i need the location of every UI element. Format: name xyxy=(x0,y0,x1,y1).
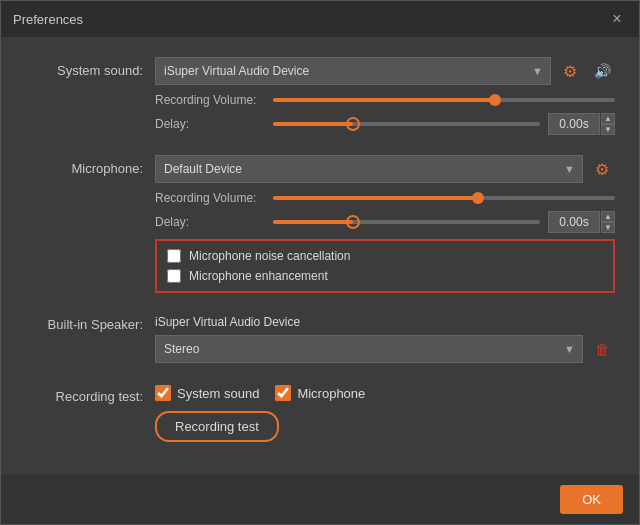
enhancement-row: Microphone enhancement xyxy=(167,269,603,283)
speaker-device-name: iSuper Virtual Audio Device xyxy=(155,311,615,329)
microphone-delay-down[interactable]: ▼ xyxy=(601,222,615,233)
microphone-volume-label: Recording Volume: xyxy=(155,191,265,205)
microphone-label: Microphone: xyxy=(25,155,155,297)
speaker-mode-row: Stereo ▼ 🗑 xyxy=(155,335,615,363)
preferences-dialog: Preferences × System sound: iSuper Virtu… xyxy=(0,0,640,525)
system-sound-delay-label: Delay: xyxy=(155,117,265,131)
recording-microphone-label: Microphone xyxy=(297,386,365,401)
system-sound-check-item: System sound xyxy=(155,385,259,401)
footer: OK xyxy=(1,475,639,524)
noise-cancellation-label: Microphone noise cancellation xyxy=(189,249,350,263)
content-area: System sound: iSuper Virtual Audio Devic… xyxy=(1,37,639,475)
enhancement-label: Microphone enhancement xyxy=(189,269,328,283)
system-sound-volume-label: Recording Volume: xyxy=(155,93,265,107)
system-sound-delay-slider[interactable] xyxy=(273,122,540,126)
recording-microphone-checkbox[interactable] xyxy=(275,385,291,401)
microphone-checkbox-group: Microphone noise cancellation Microphone… xyxy=(155,239,615,293)
microphone-delay-row: Delay: ▲ ▼ xyxy=(155,211,615,233)
built-in-speaker-section: Built-in Speaker: iSuper Virtual Audio D… xyxy=(25,311,615,371)
microphone-delay-up[interactable]: ▲ xyxy=(601,211,615,222)
system-sound-delay-input[interactable] xyxy=(548,113,600,135)
speaker-mode-select[interactable]: Stereo xyxy=(155,335,583,363)
microphone-dropdown-row: Default Device ▼ ⚙ xyxy=(155,155,615,183)
recording-test-section: Recording test: System sound Microphone … xyxy=(25,385,615,442)
system-sound-content: iSuper Virtual Audio Device ▼ ⚙ 🔊 Record… xyxy=(155,57,615,141)
system-sound-volume-thumb[interactable] xyxy=(489,94,501,106)
noise-cancellation-row: Microphone noise cancellation xyxy=(167,249,603,263)
system-sound-delay-value-box: ▲ ▼ xyxy=(548,113,615,135)
microphone-section: Microphone: Default Device ▼ ⚙ Recording… xyxy=(25,155,615,297)
noise-cancellation-checkbox[interactable] xyxy=(167,249,181,263)
ok-button[interactable]: OK xyxy=(560,485,623,514)
speaker-mode-dropdown-container: Stereo ▼ xyxy=(155,335,583,363)
microphone-volume-fill xyxy=(273,196,478,200)
microphone-check-item: Microphone xyxy=(275,385,365,401)
microphone-dropdown-container: Default Device ▼ xyxy=(155,155,583,183)
system-sound-section: System sound: iSuper Virtual Audio Devic… xyxy=(25,57,615,141)
microphone-content: Default Device ▼ ⚙ Recording Volume: xyxy=(155,155,615,297)
system-sound-gear-button[interactable]: ⚙ xyxy=(557,58,583,84)
system-sound-speaker-button[interactable]: 🔊 xyxy=(589,58,615,84)
system-sound-volume-row: Recording Volume: xyxy=(155,93,615,107)
speaker-icon: 🔊 xyxy=(594,63,611,79)
recording-test-button[interactable]: Recording test xyxy=(155,411,279,442)
close-button[interactable]: × xyxy=(607,9,627,29)
recording-test-label: Recording test: xyxy=(25,385,155,404)
microphone-volume-slider[interactable] xyxy=(273,196,615,200)
microphone-volume-row: Recording Volume: xyxy=(155,191,615,205)
system-sound-select[interactable]: iSuper Virtual Audio Device xyxy=(155,57,551,85)
recording-test-checks: System sound Microphone xyxy=(155,385,615,401)
system-sound-delay-fill xyxy=(273,122,353,126)
built-in-speaker-content: iSuper Virtual Audio Device Stereo ▼ 🗑 xyxy=(155,311,615,371)
system-sound-volume-fill xyxy=(273,98,495,102)
system-sound-delay-up[interactable]: ▲ xyxy=(601,113,615,124)
system-sound-delay-spinners: ▲ ▼ xyxy=(601,113,615,135)
gear-icon-mic: ⚙ xyxy=(595,160,609,179)
microphone-delay-thumb[interactable] xyxy=(346,215,360,229)
microphone-delay-value-box: ▲ ▼ xyxy=(548,211,615,233)
recording-system-sound-checkbox[interactable] xyxy=(155,385,171,401)
system-sound-dropdown-row: iSuper Virtual Audio Device ▼ ⚙ 🔊 xyxy=(155,57,615,85)
enhancement-checkbox[interactable] xyxy=(167,269,181,283)
system-sound-delay-thumb[interactable] xyxy=(346,117,360,131)
speaker-delete-button[interactable]: 🗑 xyxy=(589,336,615,362)
microphone-delay-input[interactable] xyxy=(548,211,600,233)
microphone-delay-spinners: ▲ ▼ xyxy=(601,211,615,233)
system-sound-label: System sound: xyxy=(25,57,155,141)
system-sound-delay-down[interactable]: ▼ xyxy=(601,124,615,135)
built-in-speaker-label: Built-in Speaker: xyxy=(25,311,155,371)
title-bar: Preferences × xyxy=(1,1,639,37)
microphone-delay-label: Delay: xyxy=(155,215,265,229)
microphone-gear-button[interactable]: ⚙ xyxy=(589,156,615,182)
microphone-delay-fill xyxy=(273,220,353,224)
recording-test-content: System sound Microphone Recording test xyxy=(155,385,615,442)
system-sound-volume-slider[interactable] xyxy=(273,98,615,102)
microphone-select[interactable]: Default Device xyxy=(155,155,583,183)
trash-icon: 🗑 xyxy=(595,341,610,358)
system-sound-dropdown-container: iSuper Virtual Audio Device ▼ xyxy=(155,57,551,85)
microphone-volume-thumb[interactable] xyxy=(472,192,484,204)
microphone-delay-slider[interactable] xyxy=(273,220,540,224)
dialog-title: Preferences xyxy=(13,12,83,27)
recording-system-sound-label: System sound xyxy=(177,386,259,401)
gear-icon: ⚙ xyxy=(563,62,577,81)
system-sound-delay-row: Delay: ▲ ▼ xyxy=(155,113,615,135)
